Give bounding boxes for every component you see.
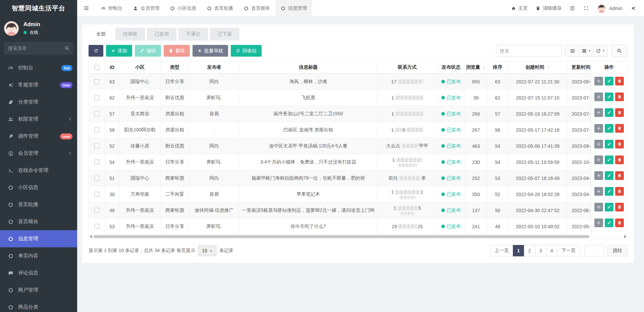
nav-tab-3[interactable]: 小区信息 (165, 0, 202, 16)
row-checkbox[interactable] (94, 224, 99, 229)
row-checkbox[interactable] (94, 160, 99, 165)
sidebar-item-2[interactable]: 常规管理new (0, 76, 77, 93)
nav-tab-6[interactable]: 信息管理 (275, 0, 312, 16)
row-delete-button[interactable] (615, 92, 624, 101)
row-move-button[interactable] (594, 124, 603, 133)
row-edit-button[interactable] (605, 219, 613, 227)
select-all-checkbox[interactable] (94, 65, 99, 70)
navbar-user[interactable]: Admin (593, 4, 626, 13)
row-move-button[interactable] (594, 187, 603, 196)
row-delete-button[interactable] (615, 140, 624, 148)
row-checkbox[interactable] (94, 143, 99, 148)
page-button-4[interactable]: 4 (546, 245, 557, 256)
sidebar-item-15[interactable]: 商品分类 (0, 299, 77, 312)
table-search-input[interactable] (496, 45, 562, 57)
nav-tab-2[interactable]: 会员管理 (128, 0, 165, 16)
row-delete-button[interactable] (615, 77, 624, 85)
sidebar-item-4[interactable]: 权限管理 (0, 111, 77, 128)
scroll-left-arrow-icon[interactable] (90, 235, 92, 238)
scroll-right-arrow-icon[interactable] (624, 235, 626, 238)
edit-button[interactable]: 编辑 (135, 45, 161, 57)
row-move-button[interactable] (594, 108, 603, 117)
sidebar-item-5[interactable]: 插件管理new (0, 128, 77, 145)
sidebar-item-9[interactable]: 首页轮播 (0, 196, 77, 213)
user-avatar[interactable] (4, 21, 19, 36)
nav-tab-1[interactable]: 控制台 (96, 0, 128, 16)
row-move-button[interactable] (594, 77, 603, 85)
filter-tab-3[interactable]: 已发布 (147, 28, 176, 41)
sidebar-item-12[interactable]: 单页内容 (0, 247, 77, 264)
nav-tab-4[interactable]: 首页轮播 (202, 0, 238, 16)
page-button-1[interactable]: 1 (513, 245, 524, 256)
row-edit-button[interactable] (605, 155, 613, 164)
sidebar-search-input[interactable] (4, 42, 73, 55)
row-move-button[interactable] (594, 92, 603, 101)
filter-tab-1[interactable]: 全部 (89, 28, 113, 41)
sidebar-item-6[interactable]: 会员管理 (0, 145, 77, 162)
row-edit-button[interactable] (605, 92, 613, 101)
page-size-select[interactable]: 10 (198, 245, 216, 256)
row-edit-button[interactable] (605, 124, 613, 133)
row-move-button[interactable] (594, 171, 603, 180)
filter-tab-5[interactable]: 已下架 (210, 28, 239, 41)
sidebar-item-8[interactable]: 小区信息 (0, 179, 77, 196)
row-checkbox[interactable] (94, 95, 99, 100)
nav-tab-5[interactable]: 首页模块 (238, 0, 275, 16)
columns-button[interactable] (579, 45, 594, 57)
home-link[interactable]: 主页 (507, 5, 531, 11)
row-delete-button[interactable] (615, 171, 624, 180)
page-jump-button[interactable]: 跳转 (607, 245, 628, 256)
sidebar-item-3[interactable]: 分类管理 (0, 93, 77, 111)
row-edit-button[interactable] (605, 171, 613, 180)
refresh-button[interactable] (89, 45, 103, 57)
row-checkbox[interactable] (94, 79, 99, 84)
language-icon[interactable] (566, 6, 579, 11)
add-button[interactable]: 添加 (106, 45, 132, 57)
batch-review-button[interactable]: 批量审核 (193, 45, 228, 57)
page-button-3[interactable]: 3 (535, 245, 546, 256)
recycle-bin-button[interactable]: 回收站 (231, 45, 262, 57)
row-delete-button[interactable] (615, 203, 624, 211)
delete-button[interactable]: 删除 (164, 45, 190, 57)
column-header-views[interactable]: 浏览量 (465, 61, 487, 73)
row-edit-button[interactable] (605, 140, 613, 148)
row-delete-button[interactable] (615, 187, 624, 196)
row-edit-button[interactable] (605, 203, 613, 211)
export-button[interactable] (593, 45, 608, 57)
row-checkbox[interactable] (94, 111, 99, 116)
detail-view-button[interactable] (565, 45, 580, 57)
row-move-button[interactable] (594, 140, 603, 148)
settings-gears-icon[interactable] (627, 6, 640, 11)
sidebar-item-14[interactable]: 商户管理 (0, 282, 77, 299)
row-delete-button[interactable] (615, 124, 624, 133)
row-move-button[interactable] (594, 219, 603, 227)
row-checkbox[interactable] (94, 192, 99, 197)
row-delete-button[interactable] (615, 219, 624, 227)
menu-toggle-icon[interactable] (77, 0, 96, 16)
row-edit-button[interactable] (605, 108, 613, 117)
filter-tab-2[interactable]: 待审核 (115, 28, 145, 41)
row-checkbox[interactable] (94, 127, 99, 132)
row-delete-button[interactable] (615, 155, 624, 164)
row-delete-button[interactable] (615, 108, 624, 117)
row-move-button[interactable] (594, 203, 603, 211)
page-button-2[interactable]: 2 (524, 245, 535, 256)
sidebar-item-7[interactable]: 在线命令管理 (0, 162, 77, 179)
scrollbar-thumb[interactable] (94, 235, 589, 238)
page-prev-button[interactable]: 上一页 (490, 245, 513, 256)
sidebar-item-13[interactable]: 评论信息 (0, 264, 77, 282)
row-checkbox[interactable] (94, 176, 99, 181)
table-search-button[interactable] (611, 45, 628, 57)
page-jump-input[interactable] (585, 245, 604, 256)
sidebar-item-11[interactable]: 信息管理 (0, 230, 77, 247)
sidebar-item-10[interactable]: 首页模块 (0, 213, 77, 230)
page-next-button[interactable]: 下一页 (557, 245, 580, 256)
column-header-created[interactable]: 创建时间 (508, 61, 568, 73)
fullscreen-icon[interactable] (580, 6, 593, 11)
clear-cache-link[interactable]: 清除缓存 (532, 5, 565, 11)
row-edit-button[interactable] (605, 187, 613, 196)
row-edit-button[interactable] (605, 77, 613, 85)
sidebar-item-1[interactable]: 控制台hot (0, 59, 77, 76)
filter-tab-4[interactable]: 不通过 (178, 28, 208, 41)
row-move-button[interactable] (594, 155, 603, 164)
